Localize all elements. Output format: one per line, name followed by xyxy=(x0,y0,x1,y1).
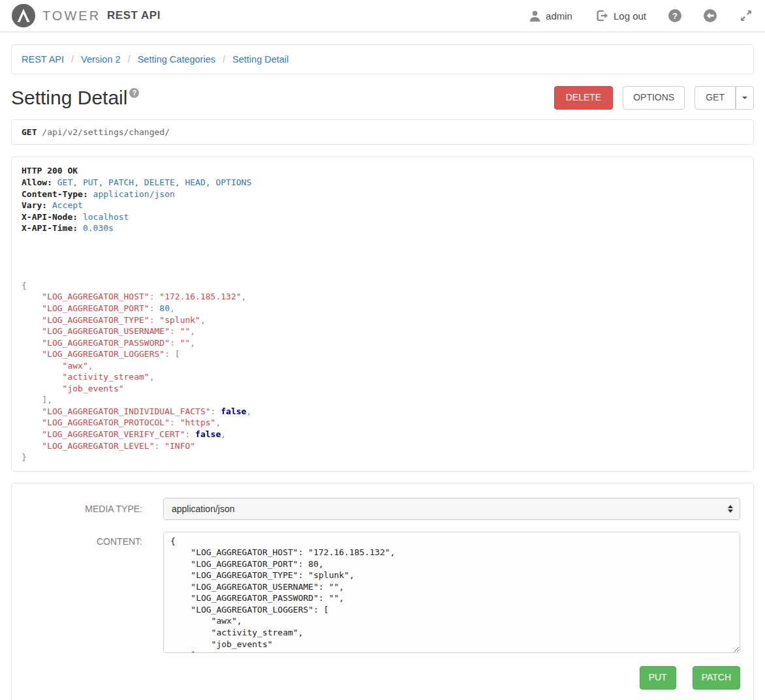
title-row: Setting Detail? DELETE OPTIONS GET xyxy=(11,86,754,110)
title-help-icon[interactable]: ? xyxy=(129,88,139,98)
navbar-actions: admin Log out ? xyxy=(529,8,753,23)
media-type-select[interactable]: application/json xyxy=(163,498,740,520)
brand-tower-label: TOWER xyxy=(42,8,101,23)
user-name: admin xyxy=(546,10,572,22)
media-type-row: MEDIA TYPE: application/json xyxy=(25,498,740,520)
method-buttons: DELETE OPTIONS GET xyxy=(554,86,754,110)
top-navbar: TOWER REST API admin Log out ? xyxy=(0,0,765,33)
user-menu[interactable]: admin xyxy=(529,10,572,22)
content-label: CONTENT: xyxy=(25,532,142,653)
request-line: GET /api/v2/settings/changed/ xyxy=(22,127,743,138)
user-icon xyxy=(529,10,541,22)
brand: TOWER REST API xyxy=(12,4,161,27)
media-type-label: MEDIA TYPE: xyxy=(25,498,142,520)
form-actions: PUT PATCH xyxy=(25,666,740,690)
get-button-group: GET xyxy=(695,86,754,110)
put-button[interactable]: PUT xyxy=(640,666,676,690)
ansible-tower-logo-icon[interactable] xyxy=(12,4,35,27)
breadcrumb: REST API / Version 2 / Setting Categorie… xyxy=(11,44,754,74)
request-info-panel: GET /api/v2/settings/changed/ xyxy=(11,119,754,145)
breadcrumb-link-rest-api[interactable]: REST API xyxy=(22,54,64,65)
expand-button[interactable] xyxy=(739,8,753,23)
breadcrumb-link-setting-categories[interactable]: Setting Categories xyxy=(138,54,215,65)
options-button[interactable]: OPTIONS xyxy=(623,86,685,110)
content-textarea[interactable]: { "LOG_AGGREGATOR_HOST": "172.16.185.132… xyxy=(163,532,740,653)
page-title-text: Setting Detail xyxy=(11,87,127,108)
patch-button[interactable]: PATCH xyxy=(693,666,740,690)
request-method: GET xyxy=(22,127,37,137)
response-block: HTTP 200 OK Allow: GET, PUT, PATCH, DELE… xyxy=(22,165,743,463)
breadcrumb-link-setting-detail[interactable]: Setting Detail xyxy=(232,54,289,65)
get-button[interactable]: GET xyxy=(695,86,736,110)
response-panel: HTTP 200 OK Allow: GET, PUT, PATCH, DELE… xyxy=(11,157,754,471)
question-mark-icon: ? xyxy=(672,11,678,21)
brand-rest-api-label: REST API xyxy=(107,9,161,22)
breadcrumb-separator: / xyxy=(128,54,131,65)
content-form-panel: MEDIA TYPE: application/json CONTENT: { … xyxy=(11,483,754,700)
expand-arrows-icon xyxy=(739,8,753,23)
delete-button[interactable]: DELETE xyxy=(554,86,613,110)
content-row: CONTENT: { "LOG_AGGREGATOR_HOST": "172.1… xyxy=(25,532,740,653)
back-button[interactable] xyxy=(704,9,717,22)
page-title: Setting Detail? xyxy=(11,87,139,108)
arrow-left-circle-icon xyxy=(704,9,717,22)
help-button[interactable]: ? xyxy=(668,9,681,22)
breadcrumb-separator: / xyxy=(223,54,225,65)
logout-icon xyxy=(595,8,609,23)
logout-label: Log out xyxy=(614,10,646,22)
caret-down-icon xyxy=(742,97,747,99)
breadcrumb-link-version-2[interactable]: Version 2 xyxy=(81,54,120,65)
logout-button[interactable]: Log out xyxy=(595,8,646,23)
request-path: /api/v2/settings/changed/ xyxy=(42,127,170,137)
get-format-dropdown-button[interactable] xyxy=(736,86,754,110)
breadcrumb-separator: / xyxy=(71,54,74,65)
